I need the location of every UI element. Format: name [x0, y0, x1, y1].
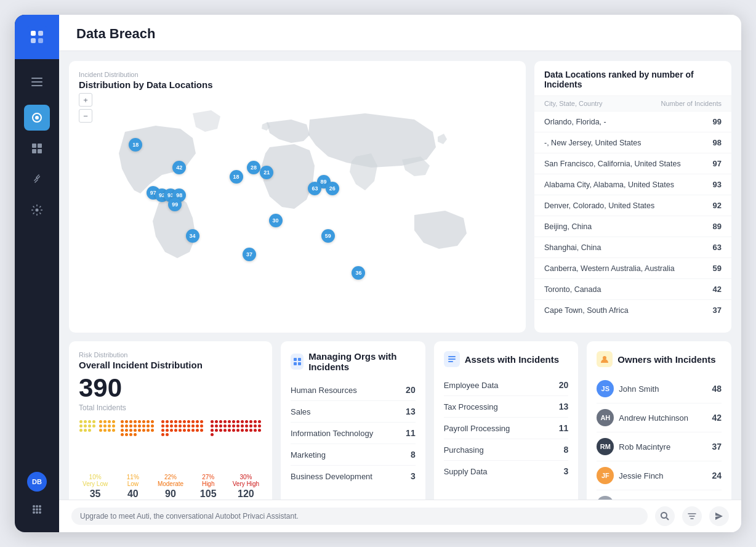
risk-dot [103, 420, 107, 423]
svg-rect-27 [298, 362, 301, 365]
assets-icon [444, 351, 460, 367]
risk-dot [92, 420, 95, 423]
location-row: Shanghai, China63 [534, 237, 731, 258]
legend-label: Very Low [82, 480, 108, 487]
org-name: Information Technology [291, 429, 373, 438]
svg-line-33 [667, 518, 669, 521]
svg-rect-13 [38, 149, 42, 153]
map-pin[interactable]: 28 [247, 161, 260, 174]
zoom-out-button[interactable]: − [79, 109, 92, 123]
risk-dot [142, 420, 145, 423]
chat-placeholder[interactable]: Upgrade to meet Auti, the conversational… [71, 508, 648, 525]
asset-count: 20 [559, 380, 569, 390]
location-row: San Francisco, California, United States… [534, 153, 731, 174]
svg-rect-30 [448, 361, 453, 362]
location-name: Beijing, China [544, 222, 592, 231]
map-pin[interactable]: 21 [260, 166, 273, 179]
risk-dot [258, 420, 261, 423]
legend-pct: 10% [89, 474, 102, 480]
risk-dot [215, 420, 218, 423]
owner-row: AH Andrew Hutchinson 42 [597, 403, 722, 432]
map-pin[interactable]: 34 [186, 229, 199, 243]
risk-dot [88, 429, 91, 432]
risk-dot [196, 429, 199, 432]
sidebar-item-settings[interactable] [24, 197, 50, 223]
orgs-icon [291, 354, 304, 370]
org-row: Sales13 [291, 401, 416, 423]
asset-row: Supply Data3 [444, 461, 569, 482]
risk-dot [138, 424, 141, 427]
orgs-list: Human Resources20Sales13Information Tech… [291, 379, 416, 487]
sidebar-item-grid[interactable] [24, 496, 50, 522]
risk-dot [254, 420, 257, 423]
location-count: 89 [713, 222, 722, 231]
map-pin[interactable]: 99 [168, 198, 182, 211]
owner-avatar: AH [597, 409, 614, 426]
user-avatar[interactable]: DB [27, 472, 47, 492]
risk-total-number: 390 [79, 375, 122, 401]
map-title: Distribution by Data Locations [79, 79, 516, 90]
sidebar: DB [15, 15, 59, 532]
owner-count: 42 [712, 413, 722, 423]
asset-row: Purchasing8 [444, 439, 569, 461]
location-count: 98 [713, 138, 722, 147]
page-title: Data Breach [76, 26, 724, 42]
asset-count: 8 [564, 445, 569, 455]
risk-dot [108, 420, 111, 423]
location-count: 93 [713, 180, 722, 189]
risk-dot [92, 424, 95, 427]
asset-count: 13 [559, 402, 569, 411]
legend-label: Moderate [158, 480, 183, 487]
risk-dot [88, 424, 91, 427]
map-pin[interactable]: 59 [321, 229, 335, 243]
risk-dot [125, 420, 128, 423]
org-name: Business Development [291, 472, 372, 481]
assets-list: Employee Data20Tax Processing13Payroll P… [444, 375, 569, 482]
risk-dot [223, 429, 227, 432]
risk-dot [161, 424, 164, 427]
map-pin[interactable]: 63 [308, 182, 321, 195]
svg-point-20 [39, 508, 41, 511]
risk-dot [147, 429, 150, 432]
location-count: 42 [713, 285, 722, 294]
risk-dot [166, 420, 169, 423]
map-pin[interactable]: 30 [269, 214, 283, 227]
zoom-in-button[interactable]: + [79, 93, 92, 107]
map-pin[interactable]: 36 [352, 266, 365, 280]
asset-count: 3 [564, 466, 569, 476]
risk-dot [129, 429, 132, 432]
owner-row: RM Rob Macintyre 37 [597, 432, 722, 461]
assets-card: Assets with Incidents Employee Data20Tax… [434, 341, 579, 500]
owners-card: Owners with Incidents JS John Smith 48 A… [587, 341, 731, 500]
legend-value: 40 [127, 488, 139, 500]
map-pin[interactable]: 26 [326, 182, 339, 195]
legend-value: 105 [200, 488, 217, 500]
map-pin[interactable]: 18 [230, 170, 243, 184]
map-pin[interactable]: 18 [129, 138, 142, 152]
location-row: Beijing, China89 [534, 216, 731, 237]
svg-point-17 [39, 505, 41, 508]
legend-pct: 11% [127, 474, 139, 480]
owner-name: Andrew Hutchinson [619, 413, 688, 423]
sidebar-menu-toggle[interactable] [24, 69, 50, 95]
logo [15, 15, 59, 59]
svg-rect-7 [31, 85, 42, 86]
send-button[interactable] [709, 506, 729, 526]
search-button[interactable] [655, 506, 675, 526]
map-pin[interactable]: 42 [172, 161, 186, 174]
sidebar-item-home[interactable] [24, 105, 50, 131]
risk-dot [99, 420, 102, 423]
legend-pct: 27% [202, 474, 214, 480]
asset-row: Payroll Processing11 [444, 418, 569, 439]
risk-dot [99, 429, 102, 432]
asset-row: Employee Data20 [444, 375, 569, 396]
sidebar-item-dashboard[interactable] [24, 136, 50, 161]
risk-dot [129, 420, 132, 423]
map-pin[interactable]: 37 [243, 248, 256, 261]
risk-dot [187, 429, 190, 432]
asset-count: 11 [559, 423, 569, 433]
sidebar-item-tools[interactable] [24, 166, 50, 192]
filter-button[interactable] [682, 506, 702, 526]
location-name: Orlando, Florida, - [544, 118, 606, 126]
legend-item: 22% Moderate 90 [154, 474, 187, 500]
